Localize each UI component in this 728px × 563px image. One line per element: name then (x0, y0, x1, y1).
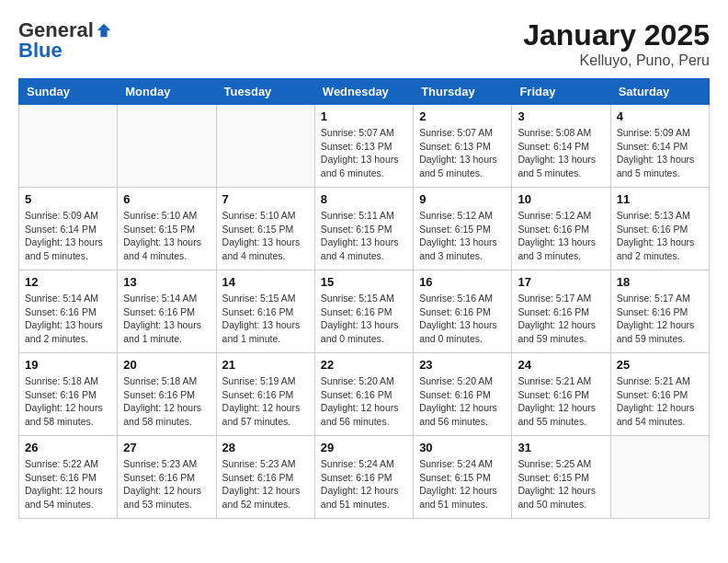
calendar-cell: 31Sunrise: 5:25 AM Sunset: 6:15 PM Dayli… (512, 436, 610, 519)
day-info: Sunrise: 5:07 AM Sunset: 6:13 PM Dayligh… (321, 126, 407, 180)
calendar-cell: 2Sunrise: 5:07 AM Sunset: 6:13 PM Daylig… (414, 105, 512, 188)
day-info: Sunrise: 5:12 AM Sunset: 6:16 PM Dayligh… (518, 209, 604, 263)
calendar-cell (216, 105, 314, 188)
day-info: Sunrise: 5:11 AM Sunset: 6:15 PM Dayligh… (321, 209, 407, 263)
day-number: 16 (419, 275, 506, 289)
day-info: Sunrise: 5:24 AM Sunset: 6:15 PM Dayligh… (419, 457, 506, 511)
calendar-cell (610, 436, 709, 519)
day-number: 12 (25, 275, 111, 289)
calendar-cell: 19Sunrise: 5:18 AM Sunset: 6:16 PM Dayli… (19, 353, 118, 436)
calendar-cell: 28Sunrise: 5:23 AM Sunset: 6:16 PM Dayli… (216, 436, 314, 519)
day-number: 28 (222, 441, 309, 454)
day-number: 31 (518, 441, 604, 454)
page-header: General Blue January 2025 Kelluyo, Puno,… (18, 18, 710, 69)
calendar-cell: 21Sunrise: 5:19 AM Sunset: 6:16 PM Dayli… (216, 353, 314, 436)
calendar-cell: 14Sunrise: 5:15 AM Sunset: 6:16 PM Dayli… (216, 270, 314, 353)
day-info: Sunrise: 5:24 AM Sunset: 6:16 PM Dayligh… (321, 457, 407, 511)
day-info: Sunrise: 5:23 AM Sunset: 6:16 PM Dayligh… (123, 457, 210, 511)
calendar-cell: 27Sunrise: 5:23 AM Sunset: 6:16 PM Dayli… (118, 436, 216, 519)
day-number: 11 (617, 192, 703, 206)
day-number: 15 (321, 275, 407, 289)
calendar-cell: 25Sunrise: 5:21 AM Sunset: 6:16 PM Dayli… (610, 353, 709, 436)
day-number: 29 (321, 441, 407, 454)
day-number: 22 (321, 358, 407, 372)
week-row: 12Sunrise: 5:14 AM Sunset: 6:16 PM Dayli… (19, 270, 710, 353)
day-number: 13 (123, 275, 210, 289)
weekday-header: Thursday (414, 79, 512, 105)
day-number: 9 (419, 192, 506, 206)
day-info: Sunrise: 5:21 AM Sunset: 6:16 PM Dayligh… (518, 374, 604, 429)
svg-marker-0 (97, 24, 110, 37)
day-number: 3 (518, 109, 604, 123)
day-number: 7 (222, 192, 309, 206)
title-block: January 2025 Kelluyo, Puno, Peru (523, 18, 710, 69)
calendar-cell: 6Sunrise: 5:10 AM Sunset: 6:15 PM Daylig… (118, 188, 216, 270)
day-info: Sunrise: 5:22 AM Sunset: 6:16 PM Dayligh… (25, 457, 111, 511)
day-number: 18 (617, 275, 703, 289)
day-info: Sunrise: 5:09 AM Sunset: 6:14 PM Dayligh… (617, 126, 703, 180)
logo-icon (96, 22, 112, 39)
calendar-cell (19, 105, 118, 188)
day-number: 2 (419, 109, 506, 123)
day-number: 8 (321, 192, 407, 206)
day-info: Sunrise: 5:14 AM Sunset: 6:16 PM Dayligh… (123, 292, 210, 346)
day-info: Sunrise: 5:18 AM Sunset: 6:16 PM Dayligh… (25, 374, 111, 429)
calendar-cell: 17Sunrise: 5:17 AM Sunset: 6:16 PM Dayli… (512, 270, 610, 353)
logo-blue-text: Blue (18, 39, 63, 63)
calendar-cell: 23Sunrise: 5:20 AM Sunset: 6:16 PM Dayli… (414, 353, 512, 436)
day-number: 20 (123, 358, 210, 372)
weekday-header: Sunday (19, 79, 118, 105)
day-info: Sunrise: 5:15 AM Sunset: 6:16 PM Dayligh… (321, 292, 407, 346)
month-title: January 2025 (523, 18, 710, 52)
day-number: 23 (419, 358, 506, 372)
day-info: Sunrise: 5:23 AM Sunset: 6:16 PM Dayligh… (222, 457, 309, 511)
day-number: 25 (617, 358, 703, 372)
day-number: 1 (321, 109, 407, 123)
day-number: 5 (25, 192, 111, 206)
calendar-cell: 9Sunrise: 5:12 AM Sunset: 6:15 PM Daylig… (414, 188, 512, 270)
day-number: 14 (222, 275, 309, 289)
calendar-cell: 22Sunrise: 5:20 AM Sunset: 6:16 PM Dayli… (314, 353, 413, 436)
calendar-cell: 24Sunrise: 5:21 AM Sunset: 6:16 PM Dayli… (512, 353, 610, 436)
day-info: Sunrise: 5:13 AM Sunset: 6:16 PM Dayligh… (617, 209, 703, 263)
day-info: Sunrise: 5:15 AM Sunset: 6:16 PM Dayligh… (222, 292, 309, 346)
day-info: Sunrise: 5:07 AM Sunset: 6:13 PM Dayligh… (419, 126, 506, 180)
weekday-header-row: SundayMondayTuesdayWednesdayThursdayFrid… (19, 79, 710, 105)
calendar-cell: 4Sunrise: 5:09 AM Sunset: 6:14 PM Daylig… (610, 105, 709, 188)
day-info: Sunrise: 5:16 AM Sunset: 6:16 PM Dayligh… (419, 292, 506, 346)
calendar-cell: 20Sunrise: 5:18 AM Sunset: 6:16 PM Dayli… (118, 353, 216, 436)
calendar-cell: 30Sunrise: 5:24 AM Sunset: 6:15 PM Dayli… (414, 436, 512, 519)
weekday-header: Friday (512, 79, 610, 105)
day-number: 26 (25, 441, 111, 454)
day-info: Sunrise: 5:12 AM Sunset: 6:15 PM Dayligh… (419, 209, 506, 263)
day-number: 19 (25, 358, 111, 372)
week-row: 5Sunrise: 5:09 AM Sunset: 6:14 PM Daylig… (19, 188, 710, 270)
day-info: Sunrise: 5:10 AM Sunset: 6:15 PM Dayligh… (123, 209, 210, 263)
day-info: Sunrise: 5:09 AM Sunset: 6:14 PM Dayligh… (25, 209, 111, 263)
calendar-cell: 11Sunrise: 5:13 AM Sunset: 6:16 PM Dayli… (610, 188, 709, 270)
calendar-cell: 15Sunrise: 5:15 AM Sunset: 6:16 PM Dayli… (314, 270, 413, 353)
calendar-cell (118, 105, 216, 188)
day-info: Sunrise: 5:10 AM Sunset: 6:15 PM Dayligh… (222, 209, 309, 263)
day-number: 4 (617, 109, 703, 123)
day-info: Sunrise: 5:17 AM Sunset: 6:16 PM Dayligh… (518, 292, 604, 346)
location: Kelluyo, Puno, Peru (523, 52, 710, 69)
week-row: 26Sunrise: 5:22 AM Sunset: 6:16 PM Dayli… (19, 436, 710, 519)
day-info: Sunrise: 5:18 AM Sunset: 6:16 PM Dayligh… (123, 374, 210, 429)
calendar-cell: 7Sunrise: 5:10 AM Sunset: 6:15 PM Daylig… (216, 188, 314, 270)
week-row: 1Sunrise: 5:07 AM Sunset: 6:13 PM Daylig… (19, 105, 710, 188)
calendar-cell: 13Sunrise: 5:14 AM Sunset: 6:16 PM Dayli… (118, 270, 216, 353)
calendar-cell: 18Sunrise: 5:17 AM Sunset: 6:16 PM Dayli… (610, 270, 709, 353)
day-number: 6 (123, 192, 210, 206)
day-number: 30 (419, 441, 506, 454)
day-info: Sunrise: 5:20 AM Sunset: 6:16 PM Dayligh… (419, 374, 506, 429)
day-info: Sunrise: 5:08 AM Sunset: 6:14 PM Dayligh… (518, 126, 604, 180)
day-number: 10 (518, 192, 604, 206)
calendar-cell: 8Sunrise: 5:11 AM Sunset: 6:15 PM Daylig… (314, 188, 413, 270)
day-info: Sunrise: 5:14 AM Sunset: 6:16 PM Dayligh… (25, 292, 111, 346)
day-number: 24 (518, 358, 604, 372)
weekday-header: Wednesday (314, 79, 413, 105)
day-number: 17 (518, 275, 604, 289)
weekday-header: Monday (118, 79, 216, 105)
weekday-header: Saturday (610, 79, 709, 105)
